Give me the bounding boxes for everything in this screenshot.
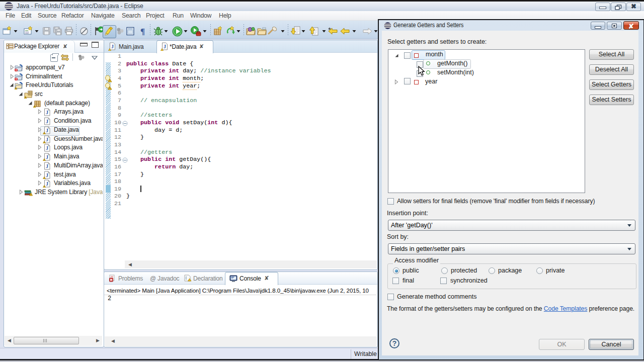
svg-text:J: J: [46, 110, 48, 115]
svg-text:J: J: [46, 163, 48, 169]
svg-text:J: J: [111, 44, 114, 49]
svg-text:J: J: [46, 181, 48, 187]
svg-text:J: J: [46, 172, 48, 178]
svg-text:J: J: [46, 137, 48, 142]
svg-text:J: J: [46, 154, 48, 160]
svg-text:¶: ¶: [140, 27, 145, 36]
svg-text:J: J: [46, 145, 48, 151]
svg-text:J: J: [46, 128, 48, 133]
svg-text:J: J: [46, 119, 48, 124]
svg-text:J: J: [164, 44, 166, 49]
